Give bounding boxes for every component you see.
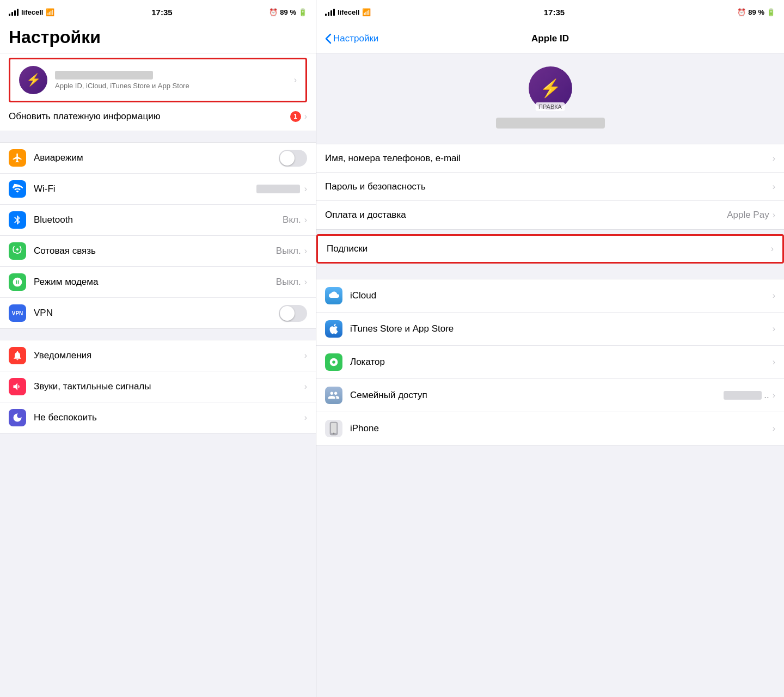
dnd-label: Не беспокоить: [34, 412, 304, 423]
subscriptions-item[interactable]: Подписки ›: [316, 234, 784, 264]
carrier-left: lifecell: [21, 8, 43, 16]
airplane-label: Авиарежим: [34, 152, 274, 163]
family-dots: ..: [764, 390, 769, 401]
battery-right: 89 %: [748, 8, 764, 16]
wifi-label: Wi-Fi: [34, 184, 256, 194]
appstore-icon-wrap: [325, 320, 342, 338]
svg-point-4: [333, 433, 335, 435]
family-label: Семейный доступ: [350, 390, 724, 401]
locator-icon: [328, 356, 340, 368]
name-phones-email-item[interactable]: Имя, номера телефонов, e-mail ›: [316, 144, 784, 173]
dnd-item[interactable]: Не беспокоить ›: [0, 402, 316, 433]
left-status-bar: lifecell 📶 17:35 ⏰ 89 % 🔋: [0, 0, 316, 24]
profile-section: ⚡ ПРАВКА: [316, 53, 784, 139]
bluetooth-chevron: ›: [304, 215, 307, 225]
subscriptions-label: Подписки: [327, 243, 771, 254]
sounds-item[interactable]: Звуки, тактильные сигналы ›: [0, 371, 316, 402]
apple-id-item[interactable]: ⚡ Apple ID, iCloud, iTunes Store и App S…: [9, 58, 307, 102]
alarm-icon-left: ⏰: [269, 8, 278, 16]
connectivity-section: Авиарежим Wi-Fi › Bluetooth Вкл. ›: [0, 142, 316, 329]
airplane-toggle[interactable]: [279, 150, 307, 167]
right-nav-bar: Настройки Apple ID: [316, 24, 784, 53]
notifications-icon-wrap: [9, 347, 26, 364]
right-status-bar: lifecell 📶 17:35 ⏰ 89 % 🔋: [316, 0, 784, 24]
wifi-icon-right: 📶: [362, 8, 371, 16]
sounds-chevron: ›: [304, 382, 307, 392]
bluetooth-label: Bluetooth: [34, 215, 283, 225]
family-chevron: ›: [773, 390, 775, 400]
vpn-icon: VPN: [12, 310, 23, 316]
right-gap-1: [316, 264, 784, 274]
notifications-label: Уведомления: [34, 350, 304, 361]
icloud-chevron: ›: [773, 291, 775, 301]
appstore-item[interactable]: iTunes Store и App Store ›: [316, 313, 784, 346]
apple-id-menu-section: Имя, номера телефонов, e-mail › Пароль и…: [316, 144, 784, 230]
time-right: 17:35: [544, 8, 565, 17]
iphone-item[interactable]: iPhone ›: [316, 412, 784, 445]
back-label: Настройки: [333, 33, 378, 44]
apple-id-username: [55, 71, 153, 80]
left-nav-bar: Настройки: [0, 24, 316, 53]
left-status-left: lifecell 📶: [9, 8, 54, 16]
sounds-label: Звуки, тактильные сигналы: [34, 381, 304, 392]
bluetooth-value: Вкл.: [283, 215, 301, 225]
notifications-item[interactable]: Уведомления ›: [0, 340, 316, 371]
signal-bars-left: [9, 9, 19, 16]
vpn-icon-wrap: VPN: [9, 304, 26, 322]
hotspot-item[interactable]: Режим модема Выкл. ›: [0, 267, 316, 298]
payment-delivery-chevron: ›: [773, 210, 775, 220]
apple-id-text: Apple ID, iCloud, iTunes Store и App Sto…: [55, 71, 294, 90]
hotspot-icon: [12, 277, 23, 288]
icloud-item[interactable]: iCloud ›: [316, 279, 784, 313]
cellular-item[interactable]: Сотовая связь Выкл. ›: [0, 236, 316, 267]
family-item[interactable]: Семейный доступ .. ›: [316, 379, 784, 412]
battery-left: 89 %: [280, 8, 296, 16]
password-security-item[interactable]: Пароль и безопасность ›: [316, 173, 784, 201]
password-security-chevron: ›: [773, 182, 775, 192]
lightning-icon-right: ⚡: [540, 78, 561, 99]
cellular-chevron: ›: [304, 246, 307, 256]
airplane-item[interactable]: Авиарежим: [0, 143, 316, 174]
sounds-icon: [12, 381, 23, 392]
payment-delivery-label: Оплата и доставка: [325, 210, 727, 221]
dnd-icon-wrap: [9, 409, 26, 426]
hotspot-icon-wrap: [9, 273, 26, 291]
vpn-item[interactable]: VPN VPN: [0, 298, 316, 328]
profile-avatar[interactable]: ⚡ ПРАВКА: [529, 66, 572, 110]
payment-delivery-item[interactable]: Оплата и доставка Apple Pay ›: [316, 201, 784, 229]
hotspot-value: Выкл.: [276, 277, 301, 288]
hotspot-chevron: ›: [304, 277, 307, 287]
dnd-icon: [12, 412, 23, 423]
edit-label: ПРАВКА: [535, 102, 565, 111]
appstore-chevron: ›: [773, 324, 775, 334]
update-chevron: ›: [304, 112, 307, 121]
wifi-value-bar: [256, 185, 300, 193]
update-payment-item[interactable]: Обновить платежную информацию 1 ›: [0, 102, 316, 131]
alarm-icon-right: ⏰: [737, 8, 746, 16]
dnd-chevron: ›: [304, 413, 307, 423]
wifi-item[interactable]: Wi-Fi ›: [0, 174, 316, 205]
subscriptions-section-wrap: Подписки ›: [316, 234, 784, 264]
notifications-chevron: ›: [304, 351, 307, 360]
airplane-icon: [12, 152, 23, 163]
back-chevron-icon: [325, 33, 332, 44]
appstore-label: iTunes Store и App Store: [350, 323, 773, 334]
back-button[interactable]: Настройки: [325, 33, 378, 44]
airplane-icon-wrap: [9, 149, 26, 167]
payment-delivery-value: Apple Pay: [727, 210, 769, 221]
vpn-toggle[interactable]: [279, 305, 307, 322]
battery-icon-right: 🔋: [767, 8, 775, 16]
locator-chevron: ›: [773, 357, 775, 367]
bluetooth-item[interactable]: Bluetooth Вкл. ›: [0, 205, 316, 236]
profile-name-blur: [496, 118, 605, 129]
locator-label: Локатор: [350, 357, 773, 368]
right-status-right: ⏰ 89 % 🔋: [737, 8, 775, 16]
name-phones-email-label: Имя, номера телефонов, e-mail: [325, 153, 773, 164]
iphone-label: iPhone: [350, 423, 773, 434]
locator-item[interactable]: Локатор ›: [316, 346, 784, 379]
notifications-icon: [12, 350, 23, 361]
name-phones-chevron: ›: [773, 154, 775, 163]
cellular-icon: [12, 246, 23, 256]
left-panel: lifecell 📶 17:35 ⏰ 89 % 🔋 Настройки ⚡ Ap…: [0, 0, 316, 697]
signal-bars-right: [325, 9, 335, 16]
